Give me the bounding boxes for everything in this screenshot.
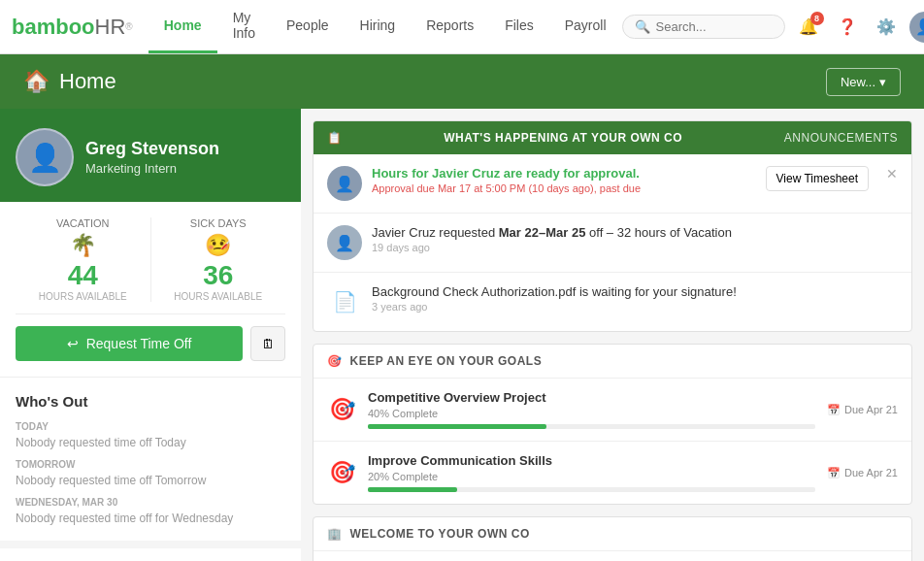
goals-header: 🎯 KEEP AN EYE ON YOUR GOALS [314,345,911,379]
search-input[interactable] [656,19,773,34]
ann-subtext-1: Approval due Mar 17 at 5:00 PM (10 days … [372,182,756,194]
page-header: 🏠 Home New... ▾ [0,54,924,109]
ann-text-3: Background Check Authorization.pdf is wa… [372,284,898,299]
announcements-card: 📋 WHAT'S HAPPENING AT YOUR OWN CO Announ… [313,120,912,332]
ann-time-3: 3 years ago [372,301,898,313]
profile-avatar: 👤 [16,128,74,186]
goal-name-2: Improve Communication Skills [368,453,815,468]
search-box: 🔍 [622,15,785,39]
nav-reports[interactable]: Reports [411,0,489,53]
goal-due-1: 📅 Due Apr 21 [827,404,898,416]
logo-reg: ® [125,21,132,32]
user-avatar[interactable]: 👤 [909,12,924,43]
request-btn-label: Request Time Off [86,336,192,351]
logo-hr: HR [95,15,126,40]
ann-item-document: 📄 Background Check Authorization.pdf is … [314,273,911,331]
page-title-area: 🏠 Home [23,69,116,94]
left-panel: 👤 Greg Stevenson Marketing Intern Vacati… [0,109,301,561]
nav-my-info[interactable]: My Info [217,0,271,53]
goal-due-2: 📅 Due Apr 21 [827,467,898,479]
goals-header-text: KEEP AN EYE ON YOUR GOALS [350,354,543,368]
ann-text-2: Javier Cruz requested Mar 22–Mar 25 off … [372,225,898,240]
welcome-header: 🏢 WELCOME TO YOUR OWN CO [314,517,911,551]
goals-card: 🎯 KEEP AN EYE ON YOUR GOALS 🎯 Competitiv… [313,344,912,505]
profile-role: Marketing Intern [85,161,219,176]
ann-bold-text: Mar 22–Mar 25 [499,225,586,240]
calendar-icon-2: 📅 [827,467,841,479]
wednesday-label: WEDNESDAY, MAR 30 [16,497,285,508]
nav-files[interactable]: Files [489,0,549,53]
page-title: Home [59,69,116,94]
nav-hiring[interactable]: Hiring [345,0,412,53]
ann-content-3: Background Check Authorization.pdf is wa… [372,284,898,313]
vacation-label: Vacation [16,217,150,229]
sick-label: Sick Days [151,217,286,229]
sick-hours: 36 [151,260,286,291]
calendar-icon-1: 📅 [827,404,841,416]
ann-text-after: off – 32 hours of Vacation [585,225,732,240]
nav-people[interactable]: People [271,0,345,53]
goal-info-1: Competitive Overview Project 40% Complet… [368,390,815,429]
view-timesheet-button[interactable]: View Timesheet [766,166,870,191]
goal-due-text-1: Due Apr 21 [844,404,898,415]
nav-home[interactable]: Home [148,0,217,53]
announcements-header-right: Announcements [784,131,898,145]
sick-sub: HOURS AVAILABLE [151,291,286,302]
welcome-icon: 🏢 [327,527,343,541]
whos-out-title: Who's Out [16,393,285,410]
ann-link-1[interactable]: Hours for Javier Cruz are ready for appr… [372,166,756,181]
profile-section: 👤 Greg Stevenson Marketing Intern [0,109,301,202]
goal-pct-1: 40% Complete [368,408,815,419]
welcome-item: 👤 Jeremy Steven Account Executive in Sal… [314,551,911,561]
vacation-hours: 44 [16,260,150,291]
right-panel: 📋 WHAT'S HAPPENING AT YOUR OWN CO Announ… [301,109,924,561]
request-row: ↩ Request Time Off 🗓 [16,326,285,361]
welcome-header-text: WELCOME TO YOUR OWN CO [350,527,530,541]
logo: bambooHR® [12,15,133,40]
nav-payroll[interactable]: Payroll [549,0,622,53]
vacation-row: Vacation 🌴 44 HOURS AVAILABLE Sick Days … [16,217,285,314]
ann-time-2: 19 days ago [372,242,898,253]
goal-icon-2: 🎯 [327,458,356,487]
progress-bar-2 [368,487,815,492]
request-time-off-button[interactable]: ↩ Request Time Off [16,326,243,361]
vacation-sub: HOURS AVAILABLE [16,291,150,302]
nav-bar: bambooHR® Home My Info People Hiring Rep… [0,0,924,54]
today-label: TODAY [16,421,285,432]
ann-avatar-1: 👤 [327,166,362,201]
calculator-button[interactable]: 🗓 [250,326,285,361]
new-button-label: New... [841,75,875,89]
progress-fill-1 [368,424,546,429]
goal-pct-2: 20% Complete [368,471,815,482]
new-button[interactable]: New... ▾ [826,68,901,96]
notifications-button[interactable]: 🔔 8 [793,12,824,43]
goal-item-1: 🎯 Competitive Overview Project 40% Compl… [314,379,911,442]
tomorrow-nobody: Nobody requested time off Tomorrow [16,474,285,487]
notification-badge: 8 [810,12,824,25]
wednesday-nobody: Nobody requested time off for Wednesday [16,512,285,525]
celebrations-section: Celebrations 👤 John Ryan Apr 1 · 7th Ann… [0,541,301,561]
progress-bar-1 [368,424,815,429]
ann-item-approval: 👤 Hours for Javier Cruz are ready for ap… [314,154,911,214]
vacation-col: Vacation 🌴 44 HOURS AVAILABLE [16,217,151,302]
home-icon: 🏠 [23,69,50,94]
profile-info: Greg Stevenson Marketing Intern [85,139,219,176]
today-nobody: Nobody requested time off Today [16,436,285,449]
close-ann-button[interactable]: ✕ [886,166,898,182]
announcements-header: 📋 WHAT'S HAPPENING AT YOUR OWN CO Announ… [314,121,911,154]
ann-text-before: Javier Cruz requested [372,225,499,240]
nav-links: Home My Info People Hiring Reports Files… [148,0,622,53]
gear-icon: ⚙️ [876,17,896,36]
avatar-image: 👤 [909,12,924,43]
progress-fill-2 [368,487,457,492]
chevron-down-icon: ▾ [879,75,886,89]
settings-button[interactable]: ⚙️ [871,12,902,43]
main-content: 👤 Greg Stevenson Marketing Intern Vacati… [0,109,924,561]
nav-right: 🔍 🔔 8 ❓ ⚙️ 👤 [622,12,924,43]
logo-bamboo: bamboo [12,15,95,40]
whos-out-section: Who's Out TODAY Nobody requested time of… [0,377,301,541]
vacation-icon: 🌴 [16,233,150,258]
announcements-header-icon: 📋 [327,131,343,145]
profile-name: Greg Stevenson [85,139,219,159]
help-button[interactable]: ❓ [832,12,863,43]
